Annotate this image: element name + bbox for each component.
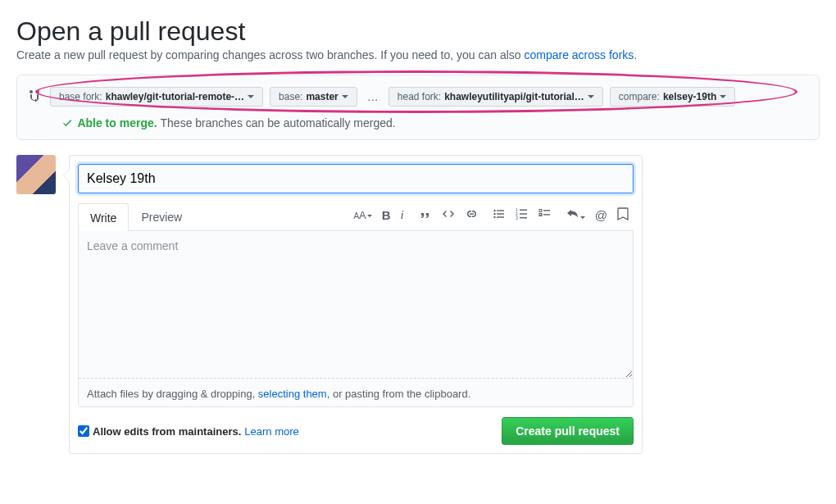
svg-rect-13 (543, 210, 550, 211)
quote-icon[interactable] (419, 207, 432, 223)
svg-point-2 (493, 213, 495, 215)
insert-group (419, 207, 478, 223)
git-compare-icon (29, 89, 42, 105)
mergeability-status: Able to merge. These branches can be aut… (29, 116, 807, 129)
svg-rect-9 (520, 213, 527, 214)
attach-hint-before: Attach files by dragging & dropping, (87, 388, 258, 400)
chevron-down-icon (342, 95, 348, 98)
base-branch-label: base: (279, 91, 302, 102)
base-fork-selector[interactable]: base fork: khawley/git-tutorial-remote-… (50, 87, 263, 107)
chevron-down-icon (248, 95, 254, 98)
allow-edits-row[interactable]: Allow edits from maintainers. Learn more (78, 425, 299, 438)
code-icon[interactable] (442, 207, 455, 223)
create-pull-request-button[interactable]: Create pull request (502, 417, 634, 445)
tab-write[interactable]: Write (78, 203, 129, 231)
svg-rect-7 (520, 210, 527, 211)
head-fork-label: head fork: (398, 91, 441, 102)
subtitle-tail: . (634, 48, 637, 61)
italic-icon[interactable]: i (401, 208, 404, 222)
svg-rect-1 (497, 210, 504, 211)
chevron-down-icon (720, 95, 726, 98)
allow-edits-label: Allow edits from maintainers. (93, 425, 241, 438)
select-files-link[interactable]: selecting them (258, 388, 327, 400)
head-fork-value: khawleyutilityapi/git-tutorial… (444, 91, 584, 102)
base-fork-value: khawley/git-tutorial-remote-… (106, 91, 244, 102)
svg-rect-5 (497, 216, 504, 217)
unordered-list-icon[interactable] (493, 207, 506, 223)
user-avatar[interactable] (16, 155, 56, 194)
compare-forks-link[interactable]: compare across forks (524, 48, 634, 61)
compare-row: base fork: khawley/git-tutorial-remote-…… (29, 87, 807, 107)
bold-icon[interactable]: B (382, 208, 391, 222)
compare-branch-selector[interactable]: compare: kelsey-19th (610, 87, 735, 107)
text-size-icon[interactable]: AA (353, 209, 371, 221)
compare-branch-label: compare: (619, 91, 660, 102)
task-list-icon[interactable] (538, 207, 552, 223)
base-fork-label: base fork: (59, 91, 102, 102)
attach-hint: Attach files by dragging & dropping, sel… (79, 381, 633, 406)
compare-box: base fork: khawley/git-tutorial-remote-…… (16, 75, 820, 140)
subtitle-text: Create a new pull request by comparing c… (16, 48, 524, 61)
mergeable-detail-text: These branches can be automatically merg… (161, 116, 396, 129)
bottom-row: Allow edits from maintainers. Learn more… (78, 417, 634, 445)
learn-more-link[interactable]: Learn more (244, 425, 298, 438)
svg-point-0 (493, 210, 495, 211)
saved-replies-icon[interactable] (617, 207, 629, 223)
svg-rect-15 (543, 214, 550, 215)
head-fork-selector[interactable]: head fork: khawleyutilityapi/git-tutoria… (388, 87, 603, 107)
pr-form-panel: Write Preview AA B i (69, 155, 643, 454)
formatting-toolbar: AA B i (353, 207, 634, 226)
chevron-down-icon (588, 95, 594, 98)
check-icon (61, 117, 73, 129)
list-group: 123 (493, 207, 552, 223)
svg-text:3: 3 (516, 216, 518, 220)
page-title: Open a pull request (16, 16, 820, 47)
misc-group: @ (566, 207, 629, 223)
pr-form-area: Write Preview AA B i (16, 155, 820, 454)
pr-title-input[interactable] (78, 164, 634, 193)
svg-rect-3 (497, 213, 504, 214)
text-style-group: AA B i (353, 208, 403, 222)
page-subtitle: Create a new pull request by comparing c… (16, 48, 820, 61)
allow-edits-checkbox[interactable] (78, 425, 89, 437)
mergeable-status-text: Able to merge. (77, 116, 157, 129)
editor-tabs: Write Preview (78, 203, 194, 230)
ellipsis-separator: … (364, 90, 382, 103)
comment-textarea[interactable] (79, 231, 633, 379)
format-row: Write Preview AA B i (78, 203, 634, 231)
comment-body: Attach files by dragging & dropping, sel… (78, 231, 634, 407)
base-branch-selector[interactable]: base: master (270, 87, 357, 107)
ordered-list-icon[interactable]: 123 (516, 207, 529, 223)
svg-point-4 (493, 216, 495, 218)
mention-icon[interactable]: @ (595, 208, 607, 222)
base-branch-value: master (306, 91, 338, 102)
mergeable-ok: Able to merge. (61, 116, 161, 129)
svg-rect-12 (539, 210, 542, 212)
svg-rect-11 (520, 217, 527, 218)
tab-preview[interactable]: Preview (129, 203, 194, 230)
reply-icon[interactable] (566, 207, 585, 223)
attach-hint-after: , or pasting from the clipboard. (327, 388, 471, 400)
link-icon[interactable] (465, 207, 478, 223)
compare-branch-value: kelsey-19th (663, 91, 716, 102)
